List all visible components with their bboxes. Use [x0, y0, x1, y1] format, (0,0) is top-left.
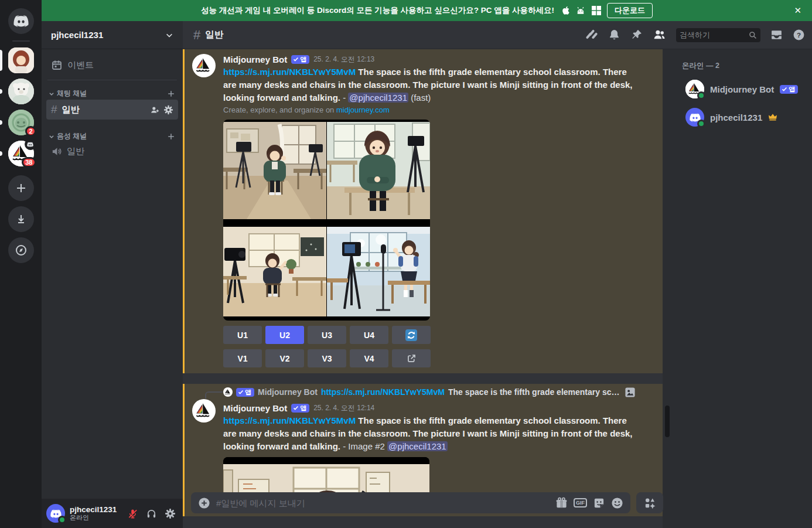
close-banner-icon[interactable]: ✕ [794, 5, 801, 16]
edit-channel-gear-icon[interactable] [163, 105, 173, 115]
u3-button[interactable]: U3 [308, 326, 346, 344]
message-author[interactable]: Midjourney Bot [223, 54, 287, 64]
server-header-dropdown[interactable]: pjhcecil1231 [42, 21, 183, 49]
app-badge: 앱 [236, 388, 254, 397]
apps-launcher-button[interactable] [636, 492, 663, 513]
search-input[interactable] [680, 30, 746, 39]
chevron-down-icon [49, 91, 54, 97]
server-icon-green[interactable]: 2 [8, 110, 34, 135]
message-list: Midjourney Bot 앱 25. 2. 4. 오전 12:13 http… [183, 49, 663, 528]
sidebar-item-events[interactable]: 이벤트 [46, 55, 178, 75]
threads-icon[interactable] [585, 29, 598, 42]
add-channel-icon[interactable] [166, 89, 176, 98]
u1-button[interactable]: U1 [223, 326, 262, 344]
inbox-icon[interactable] [770, 29, 783, 41]
channel-item-general-voice[interactable]: 일반 [46, 142, 178, 161]
speaker-icon [51, 146, 62, 157]
user-status: 온라인 [70, 514, 120, 521]
unread-pill [0, 151, 2, 156]
emoji-icon[interactable] [611, 497, 623, 509]
user-mention[interactable]: @pjhcecil1231 [348, 93, 408, 103]
chat-scrollbar-track[interactable] [663, 49, 673, 528]
message-input-bar: GIF [191, 492, 663, 513]
mic-muted-icon[interactable] [124, 505, 141, 522]
headphones-icon[interactable] [143, 505, 159, 522]
user-avatar[interactable] [46, 504, 65, 523]
hash-icon: # [51, 103, 57, 116]
category-voice-channels[interactable]: 음성 채널 [46, 131, 178, 141]
image-number-label: Image #2 [348, 441, 385, 451]
open-in-web-button[interactable] [392, 349, 431, 367]
message-author[interactable]: Midjourney Bot [223, 403, 287, 413]
online-status-dot [697, 120, 705, 128]
search-box[interactable] [676, 28, 760, 42]
attach-plus-icon[interactable] [198, 497, 210, 509]
v2-button[interactable]: V2 [265, 349, 304, 367]
midjourney-bot-avatar[interactable] [192, 399, 216, 423]
online-status-dot [58, 516, 66, 524]
reply-preview[interactable]: 앱 Midjourney Bot https://s.mj.run/NKBLYw… [223, 386, 653, 398]
grid-image-4[interactable] [327, 227, 430, 316]
unread-pill [0, 120, 2, 125]
server-name: pjhcecil1231 [51, 30, 103, 40]
mention-count-badge: 2 [25, 126, 36, 137]
pinned-messages-icon[interactable] [630, 29, 643, 41]
server-icon-bear[interactable] [8, 79, 34, 104]
generated-image-grid[interactable] [223, 120, 430, 321]
add-channel-icon[interactable] [166, 132, 176, 141]
member-row-pjhcecil[interactable]: pjhcecil1231 [682, 105, 807, 130]
windows-icon [592, 6, 601, 15]
member-list-icon[interactable] [653, 28, 666, 42]
grid-image-3[interactable] [223, 227, 326, 316]
download-button[interactable]: 다운로드 [607, 3, 653, 18]
embed-footer: Create, explore, and organize on midjour… [223, 105, 653, 114]
category-label: 음성 채널 [57, 131, 166, 141]
v4-button[interactable]: V4 [350, 349, 388, 367]
home-button[interactable] [8, 8, 34, 34]
u2-button[interactable]: U2 [265, 326, 304, 344]
reply-avatar[interactable] [223, 387, 233, 397]
settings-gear-icon[interactable] [162, 505, 178, 522]
sticker-icon[interactable] [593, 497, 605, 509]
user-meta[interactable]: pjhcecil1231 온라인 [70, 506, 120, 522]
add-server-button[interactable] [8, 175, 34, 201]
user-mention[interactable]: @pjhcecil1231 [387, 441, 448, 451]
reply-author[interactable]: Midjourney Bot [258, 387, 318, 397]
online-section-header: 온라인 — 2 [682, 61, 807, 71]
username: pjhcecil1231 [70, 506, 120, 515]
message-input[interactable] [216, 498, 550, 508]
help-icon[interactable]: ? [793, 29, 805, 41]
u4-button[interactable]: U4 [350, 326, 388, 344]
events-label: 이벤트 [67, 60, 94, 71]
reply-text[interactable]: The space is the fifth grade elementary … [448, 387, 621, 397]
apps-shapes-icon [644, 497, 656, 509]
prompt-link[interactable]: https://s.mj.run/NKBLYwY5MvM [223, 67, 356, 77]
prompt-link[interactable]: https://s.mj.run/NKBLYwY5MvM [223, 415, 356, 425]
midjourney-bot-avatar[interactable] [192, 54, 216, 77]
reroll-button[interactable] [392, 326, 431, 344]
v3-button[interactable]: V3 [308, 349, 346, 367]
category-label: 채팅 채널 [57, 88, 166, 98]
gift-icon[interactable] [555, 497, 568, 509]
gif-picker-icon[interactable]: GIF [574, 498, 587, 507]
invite-people-icon[interactable] [150, 105, 160, 115]
category-text-channels[interactable]: 채팅 채널 [46, 88, 178, 98]
channel-label: 일반 [67, 146, 84, 157]
channel-item-general-text[interactable]: # 일반 [46, 100, 178, 120]
midjourney-link[interactable]: midjourney.com [336, 105, 390, 114]
reply-spine [205, 391, 223, 398]
grid-image-1[interactable] [223, 122, 326, 219]
v1-button[interactable]: V1 [223, 349, 262, 367]
server-icon-midjourney[interactable]: 38 [8, 141, 34, 166]
notifications-bell-icon[interactable] [608, 29, 620, 41]
download-apps-button[interactable] [8, 206, 34, 232]
server-icon-pjhcecil[interactable] [8, 47, 34, 73]
chat-scrollbar-thumb[interactable] [665, 406, 670, 437]
message-text: https://s.mj.run/NKBLYwY5MvM The space i… [223, 414, 633, 453]
explore-servers-button[interactable] [8, 237, 34, 263]
hash-icon: # [193, 28, 200, 43]
grid-image-2[interactable] [327, 122, 430, 219]
member-row-midjourney[interactable]: Midjourney Bot 앱 [682, 77, 807, 101]
reply-link[interactable]: https://s.mj.run/NKBLYwY5MvM [321, 387, 445, 397]
rail-divider [12, 40, 30, 42]
